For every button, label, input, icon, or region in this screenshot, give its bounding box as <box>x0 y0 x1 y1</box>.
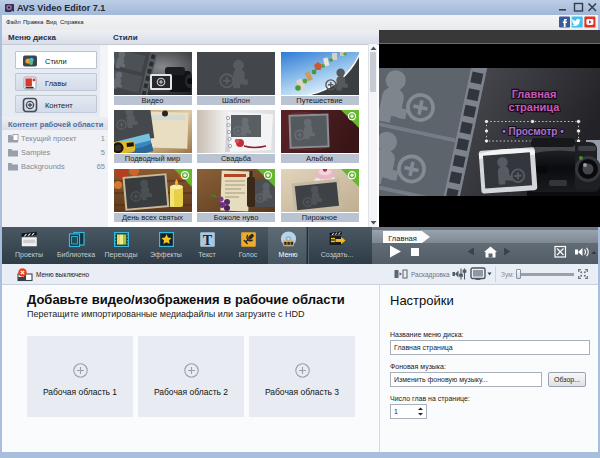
svg-text:T: T <box>202 233 212 248</box>
svg-text:• Просмотр •: • Просмотр • <box>502 126 564 137</box>
svg-text:Главная: Главная <box>512 88 557 100</box>
svg-text:страница: страница <box>509 101 561 113</box>
